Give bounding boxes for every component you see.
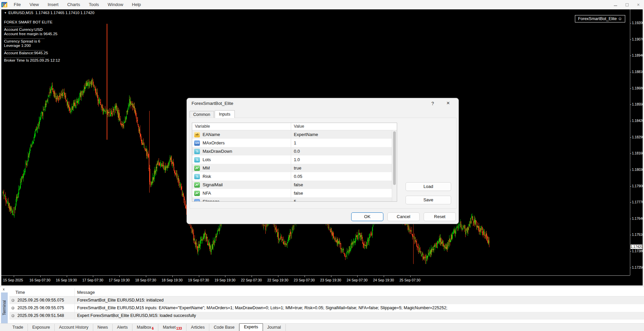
value-cell[interactable]: true (291, 164, 397, 172)
tab-alerts[interactable]: Alerts (113, 324, 132, 331)
input-row-risk[interactable]: ½Risk0.05 (192, 172, 397, 181)
menu-item-tools[interactable]: Tools (85, 0, 103, 9)
value-cell[interactable]: false (291, 189, 397, 197)
help-button[interactable]: ? (428, 100, 438, 107)
time-tick (252, 276, 252, 277)
tab-articles[interactable]: Articles (186, 324, 209, 331)
tab-news[interactable]: News (93, 324, 113, 331)
n123-icon: 123 (194, 199, 200, 202)
log-icon (11, 299, 14, 302)
input-row-mm[interactable]: MMtrue (192, 164, 397, 172)
terminal-strip: Terminal (1, 292, 8, 323)
value-cell[interactable]: 1 (291, 139, 397, 147)
input-row-maxdrawdown[interactable]: ½MaxDrawDown0.0 (192, 147, 397, 155)
bool-icon (194, 166, 200, 171)
tab-market[interactable]: Market133 (158, 324, 186, 331)
dialog-titlebar[interactable]: ForexSmartBot_Elite ? × (187, 98, 459, 109)
close-icon: × (637, 2, 640, 7)
log-row[interactable]: 2025.09.25 06:09:55.075ForexSmartBot_Eli… (9, 304, 644, 312)
restore-icon (626, 3, 629, 6)
unread-badge: 6 (152, 327, 154, 330)
menu-item-insert[interactable]: Insert (43, 0, 63, 9)
menu-item-help[interactable]: Help (127, 0, 145, 9)
minimize-button[interactable] (610, 0, 621, 9)
time-label: 16 Sep 19:30 (56, 278, 77, 282)
load-button[interactable]: Load (406, 182, 451, 191)
close-button[interactable]: × (633, 0, 644, 9)
tab-inputs[interactable]: Inputs (215, 110, 235, 118)
time-label: 22 Sep 07:30 (241, 278, 262, 282)
time-label: 15 Sep 2025 (3, 278, 23, 282)
price-label: 1.17770 (632, 200, 644, 204)
time-tick (278, 276, 278, 277)
scrollbar-thumb[interactable] (393, 131, 396, 185)
tab-mailbox[interactable]: Mailbox6 (132, 324, 159, 331)
overlay-line: ................. (4, 24, 60, 27)
terminal-log: 2025.09.25 06:09:55.075ForexSmartBot_Eli… (9, 296, 644, 320)
variable-name: Slippage (203, 199, 220, 202)
time-tick (93, 276, 93, 277)
time-tick (357, 276, 358, 277)
tab-account-history[interactable]: Account History (55, 324, 93, 331)
tab-journal[interactable]: Journal (263, 324, 286, 331)
input-row-slippage[interactable]: 123Slippage5 (192, 197, 397, 202)
variable-name: Risk (203, 174, 211, 179)
price-tick (630, 251, 631, 252)
time-label: 17 Sep 19:30 (109, 278, 129, 282)
ok-button[interactable]: OK (351, 212, 383, 221)
time-axis[interactable]: 15 Sep 202516 Sep 07:3016 Sep 19:3017 Se… (1, 275, 630, 285)
price-tick (630, 72, 631, 72)
variable-name: SignalMail (203, 182, 223, 187)
price-label: 1.18030 (632, 168, 644, 172)
log-row[interactable]: 2025.09.25 06:09:55.075ForexSmartBot_Eli… (9, 296, 644, 304)
time-label: 18 Sep 19:30 (162, 278, 182, 282)
cancel-button[interactable]: Cancel (387, 212, 420, 221)
tab-trade[interactable]: Trade (8, 324, 28, 331)
menu-item-window[interactable]: Window (103, 0, 127, 9)
menu-item-file[interactable]: File (9, 0, 25, 9)
half-icon: ½ (194, 149, 200, 154)
value-cell[interactable]: 0.05 (291, 172, 397, 181)
reset-button[interactable]: Reset (424, 212, 456, 221)
input-row-signalmail[interactable]: SignalMailfalse (192, 181, 397, 189)
dialog-title: ForexSmartBot_Elite (192, 101, 233, 106)
menu-item-charts[interactable]: Charts (63, 0, 84, 9)
app-icon[interactable] (1, 2, 7, 7)
input-row-lots[interactable]: ½Lots1.0 (192, 155, 397, 164)
ea-overlay-text: FOREX SMART BOT ELITE.................Ac… (4, 20, 60, 63)
input-row-nfa[interactable]: NFAfalse (192, 189, 397, 197)
overlay-line: Broker Time Is 2025.09.25 12:12 (4, 58, 60, 63)
value-cell[interactable]: ExpertName (291, 130, 397, 139)
overlay-line: Account Curency:USD (4, 27, 60, 32)
value-cell[interactable]: 1.0 (291, 155, 397, 164)
time-label: 24 Sep 07:30 (346, 278, 367, 282)
save-button[interactable]: Save (406, 196, 451, 204)
input-row-eaname[interactable]: abEANameExpertName (192, 130, 397, 139)
price-label: 1.18420 (632, 119, 644, 123)
time-label: 16 Sep 07:30 (30, 278, 50, 282)
time-tick (384, 276, 384, 277)
variable-name: EAName (203, 132, 220, 137)
tab-exposure[interactable]: Exposure (28, 324, 55, 331)
tab-code-base[interactable]: Code Base (209, 324, 239, 331)
input-row-maxorders[interactable]: 123MAxOrders1 (192, 139, 397, 147)
price-axis[interactable]: 1.192001.190701.189401.188101.186801.185… (630, 9, 643, 275)
tab-common[interactable]: Common (190, 111, 214, 118)
price-label: 1.17640 (632, 217, 644, 220)
value-cell[interactable]: 5 (291, 197, 397, 202)
table-scrollbar[interactable] (392, 130, 397, 201)
terminal-close-button[interactable]: x (1, 287, 6, 292)
time-label: 22 Sep 19:30 (267, 278, 288, 282)
price-label: 1.18810 (632, 70, 644, 74)
restore-button[interactable] (621, 0, 633, 9)
time-tick (146, 276, 146, 277)
log-row[interactable]: 2025.09.25 06:09:51.548Expert ForexSmart… (9, 312, 644, 320)
time-tick (305, 276, 305, 277)
dialog-close-button[interactable]: × (442, 99, 454, 108)
price-tick (630, 56, 631, 56)
tab-experts[interactable]: Experts (239, 323, 263, 331)
price-label: 1.17510 (632, 233, 644, 237)
value-cell[interactable]: false (291, 181, 397, 189)
menu-item-view[interactable]: View (25, 0, 43, 9)
value-cell[interactable]: 0.0 (291, 147, 397, 155)
